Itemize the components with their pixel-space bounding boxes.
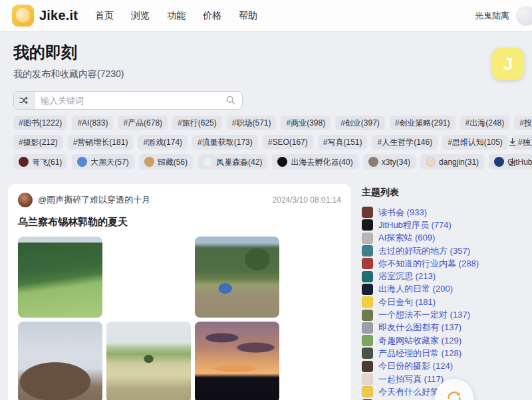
user-chip-avatar <box>368 157 378 167</box>
post-photo-6[interactable] <box>195 322 279 400</box>
user-avatar[interactable] <box>516 6 532 26</box>
tag-chip[interactable]: #思维认知(105) <box>442 135 508 150</box>
tag-chip[interactable]: #写真(151) <box>318 135 368 150</box>
tag-chip[interactable]: #产品(678) <box>118 116 168 130</box>
user-chip[interactable]: x3ty(34) <box>363 154 416 169</box>
nav-browse[interactable]: 浏览 <box>131 10 150 22</box>
logo-text: Jike.it <box>39 8 78 23</box>
user-chip[interactable]: 凤巢森淼(42) <box>198 154 267 169</box>
topic-avatar <box>362 335 373 346</box>
post-photo-4[interactable] <box>18 322 102 400</box>
tag-chip[interactable]: #游戏(174) <box>138 135 188 150</box>
topic-item[interactable]: AI探索站 (609) <box>362 233 524 244</box>
user-chip[interactable]: 大黑天(57) <box>72 154 134 169</box>
post-author-avatar[interactable] <box>18 193 33 207</box>
topic-avatar <box>362 258 373 269</box>
topic-item[interactable]: 今日份的摄影 (124) <box>362 361 524 372</box>
user-chip[interactable]: 歸藏(56) <box>139 154 193 169</box>
nav-home[interactable]: 首页 <box>95 10 114 22</box>
topic-item[interactable]: 一个想法不一定对 (137) <box>362 309 524 320</box>
shuffle-button[interactable] <box>14 92 35 109</box>
user-chip-avatar <box>144 157 154 167</box>
topic-label: 去过的好玩的地方 (357) <box>378 245 470 257</box>
post-title: 乌兰察布锡林郭勒的夏天 <box>18 216 341 229</box>
logo[interactable]: Jike.it <box>12 5 78 27</box>
tag-chip[interactable]: #商业(398) <box>281 116 331 130</box>
user-chip-label: dangjin(31) <box>439 157 479 167</box>
topic-label: 浴室沉思 (213) <box>378 270 436 282</box>
user-chip-avatar <box>203 157 213 167</box>
download-users-button[interactable] <box>506 155 519 168</box>
tag-chip[interactable]: #图书(1222) <box>13 116 67 130</box>
post-photo-2[interactable] <box>106 237 191 318</box>
topic-item[interactable]: 奇趣网站收藏家 (129) <box>362 335 524 346</box>
topic-label: 一个想法不一定对 (137) <box>378 309 470 321</box>
post-photo-1[interactable] <box>18 237 102 318</box>
topic-item[interactable]: 浴室沉思 (213) <box>362 270 524 282</box>
topic-label: 奇趣网站收藏家 (129) <box>378 335 462 347</box>
topbar-right: 光鬼陆离 <box>475 6 520 26</box>
topic-item[interactable]: 出海人的日常 (200) <box>362 284 524 295</box>
post-photo-3[interactable] <box>195 237 279 318</box>
post-timestamp: 2024/3/10 08:01:14 <box>273 195 341 205</box>
post-photo-5[interactable] <box>106 322 191 400</box>
nav-features[interactable]: 功能 <box>167 10 186 22</box>
post-author-name[interactable]: @雨声撕碎了难以穿透的十月 <box>38 194 150 206</box>
topic-item[interactable]: 读书会 (933) <box>362 207 524 218</box>
tag-chip[interactable]: #人生哲学(146) <box>372 135 438 150</box>
topic-item[interactable]: 你不知道的行业内幕 (288) <box>362 258 524 269</box>
tag-chip[interactable]: #摄影(212) <box>13 135 63 150</box>
user-chip[interactable]: 出海去孵化器(40) <box>272 154 358 169</box>
page-title: 我的即刻 <box>13 42 519 63</box>
download-tags-button[interactable] <box>506 136 519 149</box>
post-header: @雨声撕碎了难以穿透的十月 2024/3/10 08:01:14 <box>18 193 341 207</box>
search-submit[interactable] <box>225 92 242 109</box>
current-username[interactable]: 光鬼陆离 <box>475 10 509 22</box>
tag-chip[interactable]: #出海(248) <box>460 116 510 130</box>
tag-chip[interactable]: #投资(231) <box>514 116 532 130</box>
download-icon <box>507 157 517 167</box>
topic-avatar <box>362 245 373 256</box>
topic-avatar <box>362 386 373 397</box>
topic-avatar <box>362 233 373 244</box>
nav-help[interactable]: 帮助 <box>239 10 257 22</box>
tag-chip[interactable]: #营销增长(181) <box>68 135 134 150</box>
sidebar-title: 主题列表 <box>362 187 524 199</box>
topic-item[interactable]: JitHub程序员 (774) <box>362 219 524 231</box>
tag-chip[interactable]: #职场(571) <box>227 116 277 130</box>
topic-label: 即友什么图都有 (137) <box>378 322 462 334</box>
download-icon <box>507 138 517 148</box>
top-navbar: Jike.it 首页 浏览 功能 价格 帮助 光鬼陆离 <box>0 0 532 32</box>
search-input[interactable] <box>35 92 225 109</box>
topic-sidebar: 主题列表 读书会 (933) JitHub程序员 (774) AI探索站 (60… <box>362 184 524 400</box>
topic-avatar <box>362 284 373 295</box>
user-chip-avatar <box>277 157 287 167</box>
topic-avatar <box>362 348 373 359</box>
refresh-icon <box>446 389 463 400</box>
tag-chip[interactable]: #旅行(625) <box>172 116 222 130</box>
topic-label: JitHub程序员 (774) <box>378 219 452 231</box>
tag-chip[interactable]: #SEO(167) <box>263 135 313 150</box>
tag-chip[interactable]: #创业(397) <box>335 116 385 130</box>
user-chip-avatar <box>77 157 87 167</box>
user-chip[interactable]: 哥飞(61) <box>13 154 67 169</box>
search-bar <box>13 91 243 110</box>
topic-item[interactable]: 即友什么图都有 (137) <box>362 322 524 334</box>
user-chip-label: 凤巢森淼(42) <box>216 157 262 167</box>
jump-fab[interactable]: J <box>492 48 524 80</box>
user-chip-avatar <box>494 157 504 167</box>
topic-label: AI探索站 (609) <box>378 232 435 244</box>
topic-label: 今日金句 (181) <box>378 296 436 308</box>
topic-item[interactable]: 今日金句 (181) <box>362 296 524 308</box>
tag-chip[interactable]: #AI(833) <box>72 116 113 130</box>
topic-label: 今日份的摄影 (124) <box>378 360 453 372</box>
topic-item[interactable]: 产品经理的日常 (128) <box>362 348 524 359</box>
tag-chip[interactable]: #流量获取(173) <box>192 135 258 150</box>
tag-chip[interactable]: #创业策略(291) <box>390 116 456 130</box>
topic-item[interactable]: 去过的好玩的地方 (357) <box>362 245 524 256</box>
nav-pricing[interactable]: 价格 <box>203 10 221 22</box>
topic-avatar <box>362 322 373 334</box>
user-chip-label: 出海去孵化器(40) <box>291 157 352 167</box>
user-chip[interactable]: dangjin(31) <box>420 154 484 169</box>
tag-row-1: #图书(1222) #AI(833) #产品(678) #旅行(625) #职场… <box>13 116 519 130</box>
